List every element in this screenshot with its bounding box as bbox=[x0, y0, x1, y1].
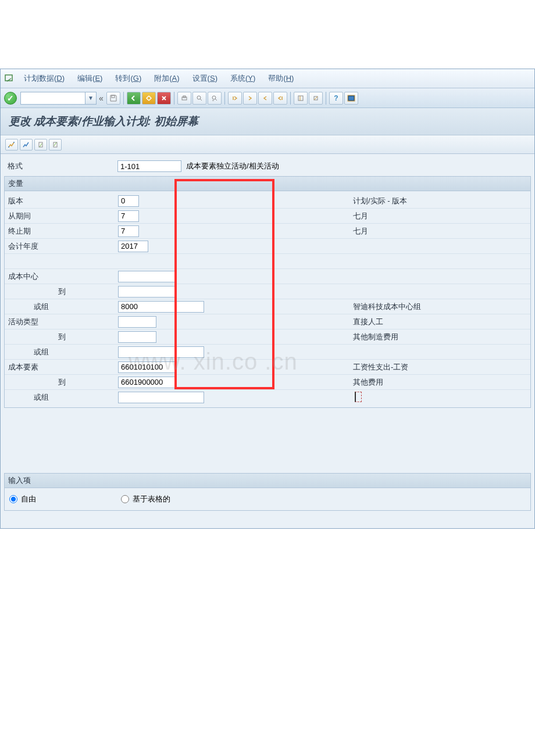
radio-free[interactable] bbox=[9, 495, 17, 503]
version-label: 版本 bbox=[5, 196, 118, 206]
radio-table-label: 基于表格的 bbox=[133, 494, 170, 504]
format-label: 格式 bbox=[4, 161, 117, 171]
content-area: 格式 成本要素独立活动/相关活动 变量 版本 计划/实际 - 版本 从期间 七月 bbox=[1, 154, 534, 528]
cost-element-to-desc: 其他费用 bbox=[353, 377, 530, 388]
radio-table[interactable] bbox=[121, 495, 129, 503]
cost-element-to-input[interactable] bbox=[118, 377, 175, 388]
svg-point-10 bbox=[13, 142, 15, 143]
version-desc: 计划/实际 - 版本 bbox=[353, 196, 530, 206]
help-button[interactable]: ? bbox=[329, 92, 343, 105]
cost-element-group-input[interactable] bbox=[118, 392, 204, 403]
activity-type-input[interactable] bbox=[118, 316, 156, 328]
menu-icon bbox=[4, 74, 15, 83]
svg-point-9 bbox=[8, 146, 9, 148]
find-next-button[interactable] bbox=[208, 92, 222, 105]
prev-page-button[interactable] bbox=[243, 92, 257, 105]
cost-element-group-label: 或组 bbox=[5, 392, 118, 403]
activity-type-to-input[interactable] bbox=[118, 331, 156, 343]
enter-button[interactable]: ✓ bbox=[4, 92, 17, 105]
menu-help[interactable]: 帮助(H) bbox=[262, 71, 299, 85]
exit-button[interactable] bbox=[142, 92, 156, 105]
activity-type-group-label: 或组 bbox=[5, 347, 118, 357]
svg-rect-11 bbox=[39, 142, 42, 147]
cursor-icon bbox=[355, 392, 362, 402]
activity-type-group-input[interactable] bbox=[118, 346, 204, 358]
find-button[interactable] bbox=[192, 92, 206, 105]
back-button[interactable] bbox=[127, 92, 141, 105]
section-variables: 变量 bbox=[4, 176, 531, 191]
cost-center-group-input[interactable] bbox=[118, 301, 204, 313]
menu-plan-data[interactable]: 计划数据(D) bbox=[18, 71, 70, 85]
first-page-button[interactable] bbox=[228, 92, 242, 105]
to-period-input[interactable] bbox=[118, 225, 139, 237]
to-period-label: 终止期 bbox=[5, 226, 118, 237]
sub-toolbar bbox=[1, 135, 534, 154]
period-button[interactable] bbox=[20, 139, 33, 151]
radio-free-label: 自由 bbox=[21, 494, 36, 504]
svg-rect-12 bbox=[54, 142, 57, 147]
menubar: 计划数据(D) 编辑(E) 转到(G) 附加(A) 设置(S) 系统(Y) 帮助… bbox=[1, 69, 534, 88]
menu-extras[interactable]: 附加(A) bbox=[148, 71, 185, 85]
cursor-cell bbox=[353, 392, 530, 404]
section-input: 输入项 bbox=[4, 473, 531, 488]
page-title: 更改 成本要素/作业输入计划: 初始屏幕 bbox=[9, 114, 526, 129]
fiscal-year-input[interactable] bbox=[118, 241, 148, 252]
cost-center-to-input[interactable] bbox=[118, 286, 175, 298]
svg-rect-8 bbox=[349, 96, 354, 100]
menu-system[interactable]: 系统(Y) bbox=[224, 71, 261, 85]
format-input[interactable] bbox=[117, 160, 181, 172]
to-period-desc: 七月 bbox=[353, 226, 530, 237]
last-page-button[interactable] bbox=[273, 92, 287, 105]
activity-type-to-desc: 其他制造费用 bbox=[353, 332, 530, 342]
doc-button[interactable] bbox=[34, 139, 47, 151]
activity-type-to-label: 到 bbox=[5, 332, 118, 342]
cost-center-group-label: 或组 bbox=[5, 302, 118, 312]
cost-center-group-desc: 智迪科技成本中心组 bbox=[353, 302, 530, 312]
toolbar: ✓ ▼ « ? bbox=[1, 88, 534, 108]
print-button[interactable] bbox=[177, 92, 191, 105]
cost-element-to-label: 到 bbox=[5, 377, 118, 388]
svg-rect-5 bbox=[298, 96, 303, 101]
layout-button[interactable] bbox=[344, 92, 358, 105]
title-area: 更改 成本要素/作业输入计划: 初始屏幕 bbox=[1, 108, 534, 135]
cost-center-label: 成本中心 bbox=[5, 271, 118, 282]
svg-rect-0 bbox=[112, 95, 115, 98]
save-button[interactable] bbox=[106, 92, 120, 105]
cost-element-label: 成本要素 bbox=[5, 362, 118, 372]
new-session-button[interactable] bbox=[294, 92, 308, 105]
cancel-button[interactable] bbox=[157, 92, 171, 105]
format-desc: 成本要素独立活动/相关活动 bbox=[186, 161, 279, 171]
command-field[interactable] bbox=[20, 92, 85, 105]
next-page-button[interactable] bbox=[258, 92, 272, 105]
cost-center-to-label: 到 bbox=[5, 286, 118, 297]
shortcut-button[interactable] bbox=[309, 92, 323, 105]
fiscal-year-label: 会计年度 bbox=[5, 241, 118, 252]
cost-center-input[interactable] bbox=[118, 271, 175, 282]
overview-button[interactable] bbox=[5, 139, 18, 151]
version-input[interactable] bbox=[118, 195, 139, 207]
from-period-label: 从期间 bbox=[5, 211, 118, 221]
prev-icon: « bbox=[99, 94, 104, 103]
activity-type-label: 活动类型 bbox=[5, 317, 118, 327]
activity-type-desc: 直接人工 bbox=[353, 317, 530, 327]
from-period-input[interactable] bbox=[118, 210, 139, 222]
command-dropdown[interactable]: ▼ bbox=[85, 92, 97, 105]
cost-element-input[interactable] bbox=[118, 361, 175, 373]
from-period-desc: 七月 bbox=[353, 211, 530, 221]
cost-element-desc: 工资性支出-工资 bbox=[353, 362, 530, 372]
menu-edit[interactable]: 编辑(E) bbox=[72, 71, 108, 85]
doc2-button[interactable] bbox=[49, 139, 62, 151]
menu-goto[interactable]: 转到(G) bbox=[109, 71, 147, 85]
menu-settings[interactable]: 设置(S) bbox=[187, 71, 223, 85]
